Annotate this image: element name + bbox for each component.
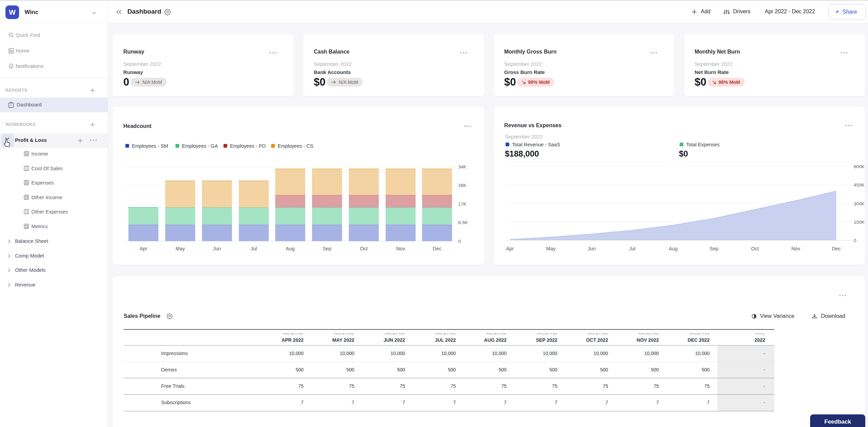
svg-text:Employees - CS: Employees - CS [278, 143, 313, 149]
svg-text:Aug: Aug [669, 246, 678, 251]
svg-text:Employees - SM: Employees - SM [132, 143, 168, 149]
svg-text:Employees - GA: Employees - GA [182, 143, 218, 149]
svg-text:September 2022: September 2022 [505, 134, 543, 139]
svg-text:300K: 300K [854, 201, 865, 206]
svg-text:May: May [546, 246, 556, 251]
svg-text:Total Expenses: Total Expenses [686, 142, 719, 147]
svg-text:Dec: Dec [433, 246, 441, 251]
svg-text:Nov: Nov [396, 246, 405, 251]
svg-text:$188,000: $188,000 [505, 149, 539, 158]
svg-text:Jun: Jun [588, 246, 595, 251]
svg-text:150K: 150K [854, 220, 865, 225]
svg-text:34K: 34K [458, 164, 466, 170]
svg-text:Apr: Apr [140, 246, 148, 251]
svg-text:Jul: Jul [251, 246, 257, 251]
svg-text:450K: 450K [854, 182, 865, 188]
svg-text:Nov: Nov [791, 246, 801, 251]
svg-text:Dec: Dec [832, 246, 841, 251]
svg-text:Sep: Sep [710, 246, 718, 251]
svg-text:Employees - PD: Employees - PD [230, 143, 266, 149]
svg-text:600K: 600K [854, 164, 865, 169]
svg-text:17K: 17K [458, 202, 466, 207]
svg-text:May: May [175, 246, 185, 251]
svg-text:26K: 26K [458, 183, 466, 188]
svg-text:8.5K: 8.5K [458, 220, 468, 225]
svg-text:Jul: Jul [629, 246, 636, 251]
svg-text:Total Revenue - SaaS: Total Revenue - SaaS [512, 142, 560, 147]
svg-text:Aug: Aug [286, 246, 295, 251]
svg-text:0: 0 [854, 238, 856, 243]
svg-text:Sep: Sep [323, 246, 331, 251]
svg-text:Jun: Jun [213, 246, 221, 251]
svg-text:0: 0 [458, 239, 461, 244]
svg-text:Apr: Apr [506, 246, 514, 251]
svg-text:$0: $0 [679, 149, 688, 158]
svg-text:Oct: Oct [751, 246, 759, 251]
svg-text:Oct: Oct [360, 246, 368, 251]
